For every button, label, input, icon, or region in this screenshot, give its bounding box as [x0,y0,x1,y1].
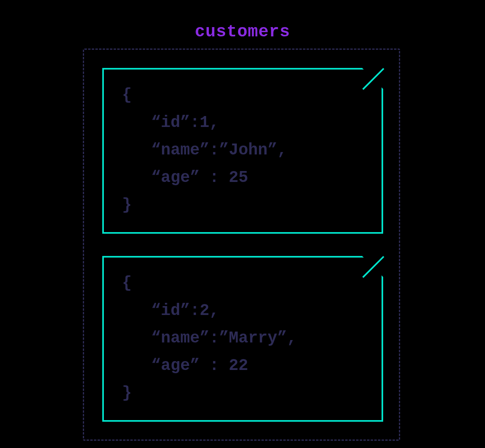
document-card: { “id”:1, “name”:”John”, “age” : 25 } [102,68,383,234]
collection-title: customers [0,22,485,42]
code-line: “id”:2, [122,297,365,325]
code-line: “name”:”John”, [122,137,365,164]
code-line: “name”:”Marry”, [122,325,365,352]
code-line: “age” : 25 [122,164,365,192]
code-line: } [122,192,365,219]
document-card: { “id”:2, “name”:”Marry”, “age” : 22 } [102,256,383,422]
code-line: { [122,270,365,297]
corner-cut-icon [362,256,383,277]
code-line: { [122,82,365,109]
code-line: “age” : 22 [122,352,365,380]
collection-container: { “id”:1, “name”:”John”, “age” : 25 } { … [83,49,400,441]
code-line: “id”:1, [122,109,365,137]
code-line: } [122,380,365,407]
corner-cut-icon [362,68,383,89]
